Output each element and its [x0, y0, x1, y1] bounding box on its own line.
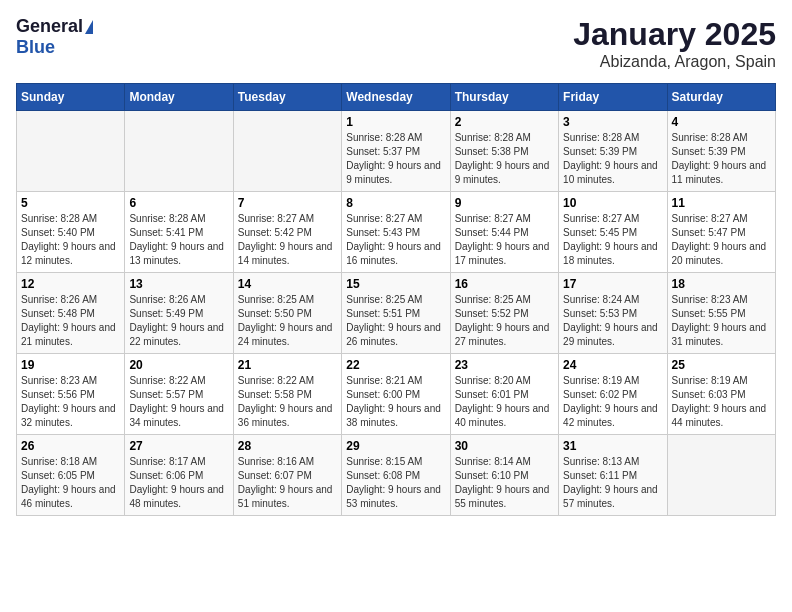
sunrise-label: Sunrise: 8:22 AM: [238, 375, 314, 386]
day-number: 3: [563, 115, 662, 129]
calendar-body: 1Sunrise: 8:28 AMSunset: 5:37 PMDaylight…: [17, 111, 776, 516]
daylight-label: Daylight: 9 hours and 51 minutes.: [238, 484, 333, 509]
sunset-label: Sunset: 6:10 PM: [455, 470, 529, 481]
calendar-cell: 7Sunrise: 8:27 AMSunset: 5:42 PMDaylight…: [233, 192, 341, 273]
daylight-label: Daylight: 9 hours and 34 minutes.: [129, 403, 224, 428]
daylight-label: Daylight: 9 hours and 9 minutes.: [346, 160, 441, 185]
calendar-cell: 30Sunrise: 8:14 AMSunset: 6:10 PMDayligh…: [450, 435, 558, 516]
sunset-label: Sunset: 6:02 PM: [563, 389, 637, 400]
sunrise-label: Sunrise: 8:13 AM: [563, 456, 639, 467]
sunset-label: Sunset: 5:57 PM: [129, 389, 203, 400]
sunset-label: Sunset: 6:05 PM: [21, 470, 95, 481]
day-info: Sunrise: 8:25 AMSunset: 5:51 PMDaylight:…: [346, 293, 445, 349]
day-header-tuesday: Tuesday: [233, 84, 341, 111]
day-header-saturday: Saturday: [667, 84, 775, 111]
daylight-label: Daylight: 9 hours and 11 minutes.: [672, 160, 767, 185]
sunset-label: Sunset: 6:06 PM: [129, 470, 203, 481]
sunset-label: Sunset: 5:55 PM: [672, 308, 746, 319]
daylight-label: Daylight: 9 hours and 42 minutes.: [563, 403, 658, 428]
calendar-week-3: 12Sunrise: 8:26 AMSunset: 5:48 PMDayligh…: [17, 273, 776, 354]
daylight-label: Daylight: 9 hours and 14 minutes.: [238, 241, 333, 266]
logo-blue-text: Blue: [16, 37, 55, 57]
sunrise-label: Sunrise: 8:27 AM: [672, 213, 748, 224]
day-info: Sunrise: 8:27 AMSunset: 5:43 PMDaylight:…: [346, 212, 445, 268]
sunset-label: Sunset: 5:50 PM: [238, 308, 312, 319]
calendar-cell: 27Sunrise: 8:17 AMSunset: 6:06 PMDayligh…: [125, 435, 233, 516]
calendar-cell: [233, 111, 341, 192]
day-header-monday: Monday: [125, 84, 233, 111]
day-number: 22: [346, 358, 445, 372]
day-number: 7: [238, 196, 337, 210]
sunrise-label: Sunrise: 8:28 AM: [346, 132, 422, 143]
sunset-label: Sunset: 5:56 PM: [21, 389, 95, 400]
sunrise-label: Sunrise: 8:28 AM: [21, 213, 97, 224]
day-number: 17: [563, 277, 662, 291]
daylight-label: Daylight: 9 hours and 26 minutes.: [346, 322, 441, 347]
sunset-label: Sunset: 5:49 PM: [129, 308, 203, 319]
sunset-label: Sunset: 5:58 PM: [238, 389, 312, 400]
sunset-label: Sunset: 5:42 PM: [238, 227, 312, 238]
day-number: 30: [455, 439, 554, 453]
day-number: 6: [129, 196, 228, 210]
daylight-label: Daylight: 9 hours and 46 minutes.: [21, 484, 116, 509]
calendar-cell: 22Sunrise: 8:21 AMSunset: 6:00 PMDayligh…: [342, 354, 450, 435]
day-info: Sunrise: 8:14 AMSunset: 6:10 PMDaylight:…: [455, 455, 554, 511]
day-number: 13: [129, 277, 228, 291]
sunrise-label: Sunrise: 8:16 AM: [238, 456, 314, 467]
sunrise-label: Sunrise: 8:28 AM: [672, 132, 748, 143]
daylight-label: Daylight: 9 hours and 53 minutes.: [346, 484, 441, 509]
calendar-cell: 25Sunrise: 8:19 AMSunset: 6:03 PMDayligh…: [667, 354, 775, 435]
day-info: Sunrise: 8:19 AMSunset: 6:03 PMDaylight:…: [672, 374, 771, 430]
calendar-table: SundayMondayTuesdayWednesdayThursdayFrid…: [16, 83, 776, 516]
day-info: Sunrise: 8:22 AMSunset: 5:57 PMDaylight:…: [129, 374, 228, 430]
sunrise-label: Sunrise: 8:20 AM: [455, 375, 531, 386]
day-number: 5: [21, 196, 120, 210]
sunrise-label: Sunrise: 8:19 AM: [672, 375, 748, 386]
day-info: Sunrise: 8:28 AMSunset: 5:41 PMDaylight:…: [129, 212, 228, 268]
day-number: 29: [346, 439, 445, 453]
sunrise-label: Sunrise: 8:26 AM: [129, 294, 205, 305]
sunset-label: Sunset: 6:00 PM: [346, 389, 420, 400]
calendar-cell: 8Sunrise: 8:27 AMSunset: 5:43 PMDaylight…: [342, 192, 450, 273]
sunset-label: Sunset: 6:01 PM: [455, 389, 529, 400]
day-number: 11: [672, 196, 771, 210]
sunrise-label: Sunrise: 8:26 AM: [21, 294, 97, 305]
daylight-label: Daylight: 9 hours and 10 minutes.: [563, 160, 658, 185]
calendar-cell: 14Sunrise: 8:25 AMSunset: 5:50 PMDayligh…: [233, 273, 341, 354]
day-number: 4: [672, 115, 771, 129]
calendar-cell: 21Sunrise: 8:22 AMSunset: 5:58 PMDayligh…: [233, 354, 341, 435]
daylight-label: Daylight: 9 hours and 21 minutes.: [21, 322, 116, 347]
logo-general-text: General: [16, 16, 83, 37]
daylight-label: Daylight: 9 hours and 32 minutes.: [21, 403, 116, 428]
sunrise-label: Sunrise: 8:17 AM: [129, 456, 205, 467]
day-info: Sunrise: 8:28 AMSunset: 5:40 PMDaylight:…: [21, 212, 120, 268]
calendar-cell: 9Sunrise: 8:27 AMSunset: 5:44 PMDaylight…: [450, 192, 558, 273]
sunset-label: Sunset: 5:45 PM: [563, 227, 637, 238]
sunrise-label: Sunrise: 8:27 AM: [455, 213, 531, 224]
sunrise-label: Sunrise: 8:19 AM: [563, 375, 639, 386]
day-header-thursday: Thursday: [450, 84, 558, 111]
calendar-subtitle: Abizanda, Aragon, Spain: [573, 53, 776, 71]
calendar-cell: 2Sunrise: 8:28 AMSunset: 5:38 PMDaylight…: [450, 111, 558, 192]
daylight-label: Daylight: 9 hours and 40 minutes.: [455, 403, 550, 428]
day-number: 16: [455, 277, 554, 291]
day-info: Sunrise: 8:25 AMSunset: 5:50 PMDaylight:…: [238, 293, 337, 349]
sunrise-label: Sunrise: 8:24 AM: [563, 294, 639, 305]
calendar-cell: 17Sunrise: 8:24 AMSunset: 5:53 PMDayligh…: [559, 273, 667, 354]
sunrise-label: Sunrise: 8:14 AM: [455, 456, 531, 467]
daylight-label: Daylight: 9 hours and 22 minutes.: [129, 322, 224, 347]
day-info: Sunrise: 8:22 AMSunset: 5:58 PMDaylight:…: [238, 374, 337, 430]
logo: General Blue: [16, 16, 93, 58]
sunset-label: Sunset: 5:39 PM: [563, 146, 637, 157]
day-info: Sunrise: 8:26 AMSunset: 5:49 PMDaylight:…: [129, 293, 228, 349]
daylight-label: Daylight: 9 hours and 38 minutes.: [346, 403, 441, 428]
day-info: Sunrise: 8:23 AMSunset: 5:56 PMDaylight:…: [21, 374, 120, 430]
calendar-cell: 15Sunrise: 8:25 AMSunset: 5:51 PMDayligh…: [342, 273, 450, 354]
calendar-cell: 18Sunrise: 8:23 AMSunset: 5:55 PMDayligh…: [667, 273, 775, 354]
calendar-cell: 13Sunrise: 8:26 AMSunset: 5:49 PMDayligh…: [125, 273, 233, 354]
day-number: 10: [563, 196, 662, 210]
calendar-cell: 4Sunrise: 8:28 AMSunset: 5:39 PMDaylight…: [667, 111, 775, 192]
sunset-label: Sunset: 5:40 PM: [21, 227, 95, 238]
day-number: 24: [563, 358, 662, 372]
calendar-cell: 10Sunrise: 8:27 AMSunset: 5:45 PMDayligh…: [559, 192, 667, 273]
